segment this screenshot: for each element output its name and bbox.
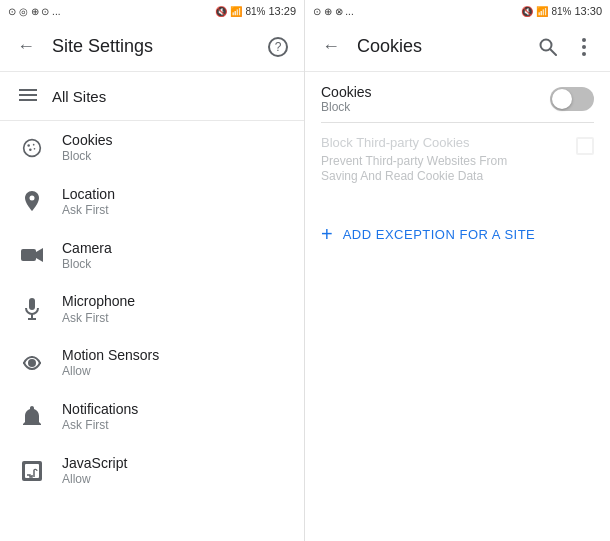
svg-rect-9	[21, 249, 36, 261]
setting-item-motion[interactable]: Motion Sensors Allow	[0, 336, 304, 390]
setting-item-microphone[interactable]: Microphone Ask First	[0, 282, 304, 336]
camera-subtitle: Block	[62, 257, 112, 273]
right-battery-text: 81%	[551, 6, 571, 17]
svg-rect-12	[31, 314, 33, 318]
setting-item-javascript[interactable]: JavaScript Allow	[0, 444, 304, 498]
right-app-bar: ← Cookies	[305, 22, 610, 72]
location-title: Location	[62, 185, 115, 203]
svg-rect-0	[19, 89, 37, 91]
svg-rect-1	[19, 94, 37, 96]
right-mute-icon: 🔇	[521, 6, 533, 17]
javascript-icon	[16, 455, 48, 487]
setting-item-camera[interactable]: Camera Block	[0, 229, 304, 283]
notifications-subtitle: Ask First	[62, 418, 138, 434]
third-party-cookies-row: Block Third-party Cookies Prevent Third-…	[321, 131, 594, 189]
svg-point-21	[582, 52, 586, 56]
cookies-toggle-label: Cookies	[321, 84, 372, 100]
left-battery-text: 81%	[245, 6, 265, 17]
left-wifi-icon: 📶	[230, 6, 242, 17]
microphone-title: Microphone	[62, 292, 135, 310]
left-app-bar: ← Site Settings ?	[0, 22, 304, 72]
motion-icon	[16, 347, 48, 379]
setting-item-notifications[interactable]: Notifications Ask First	[0, 390, 304, 444]
svg-rect-2	[19, 99, 37, 101]
svg-point-5	[33, 144, 35, 146]
cookies-toggle-switch[interactable]	[550, 87, 594, 111]
right-status-icons: ⊙ ⊕ ⊗ ...	[313, 6, 354, 17]
bell-icon	[16, 401, 48, 433]
left-status-icons: ⊙ ◎ ⊕ ⊙ ...	[8, 6, 60, 17]
add-icon: +	[321, 223, 333, 246]
javascript-subtitle: Allow	[62, 472, 127, 488]
svg-rect-11	[29, 298, 35, 310]
add-exception-button[interactable]: + ADD EXCEPTION FOR A SITE	[305, 209, 610, 260]
svg-rect-13	[28, 318, 36, 320]
notifications-title: Notifications	[62, 400, 138, 418]
left-help-button[interactable]: ?	[260, 29, 296, 65]
svg-point-6	[29, 148, 31, 151]
add-exception-label: ADD EXCEPTION FOR A SITE	[343, 227, 536, 242]
third-party-checkbox[interactable]	[576, 137, 594, 155]
cookies-icon	[16, 132, 48, 164]
setting-item-cookies[interactable]: Cookies Block	[0, 121, 304, 175]
third-party-label: Block Third-party Cookies	[321, 135, 541, 152]
third-party-sublabel: Prevent Third-party Websites From Saving…	[321, 154, 541, 185]
camera-title: Camera	[62, 239, 112, 257]
motion-subtitle: Allow	[62, 364, 159, 380]
microphone-icon	[16, 293, 48, 325]
location-icon	[16, 186, 48, 218]
cookies-toggle-row: Cookies Block	[321, 84, 594, 114]
cookies-title: Cookies	[62, 131, 113, 149]
setting-item-location[interactable]: Location Ask First	[0, 175, 304, 229]
svg-marker-10	[36, 248, 43, 262]
left-mute-icon: 🔇	[215, 6, 227, 17]
left-panel-title: Site Settings	[52, 36, 260, 57]
all-sites-label: All Sites	[52, 88, 106, 105]
svg-point-20	[582, 45, 586, 49]
right-more-button[interactable]	[566, 29, 602, 65]
cookies-divider	[321, 122, 594, 123]
svg-point-8	[30, 195, 35, 200]
svg-point-7	[34, 148, 36, 150]
right-panel-title: Cookies	[357, 36, 530, 57]
microphone-subtitle: Ask First	[62, 311, 135, 327]
all-sites-item[interactable]: All Sites	[0, 72, 304, 121]
left-time: 13:29	[268, 5, 296, 17]
cookies-subtitle: Block	[62, 149, 113, 165]
help-icon: ?	[268, 37, 288, 57]
cookies-toggle-sublabel: Block	[321, 100, 372, 114]
list-icon	[16, 84, 40, 108]
svg-point-4	[27, 144, 30, 147]
motion-title: Motion Sensors	[62, 346, 159, 364]
svg-point-19	[582, 38, 586, 42]
left-back-button[interactable]: ←	[8, 29, 44, 65]
right-search-button[interactable]	[530, 29, 566, 65]
right-back-button[interactable]: ←	[313, 29, 349, 65]
svg-point-14	[28, 359, 36, 367]
right-wifi-icon: 📶	[536, 6, 548, 17]
javascript-title: JavaScript	[62, 454, 127, 472]
right-time: 13:30	[574, 5, 602, 17]
location-subtitle: Ask First	[62, 203, 115, 219]
camera-icon	[16, 239, 48, 271]
cookies-panel: Cookies Block Block Third-party Cookies …	[305, 72, 610, 201]
svg-line-18	[550, 49, 556, 55]
svg-point-3	[24, 140, 41, 157]
